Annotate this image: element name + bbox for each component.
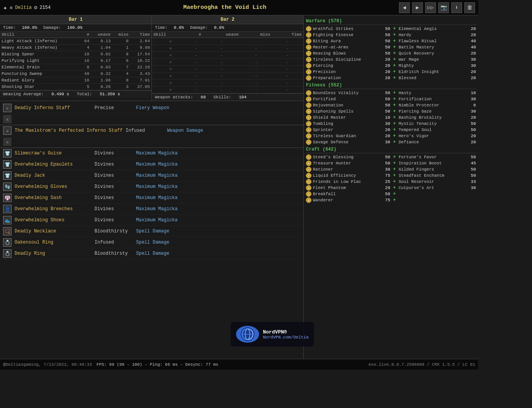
cp-skill-val: 50 [382,155,390,159]
skill-miss: 4 [112,71,130,77]
equip-trait: Divines [95,162,133,167]
cp-skill-name: Mighty [399,63,466,68]
col-skill: Skill [0,32,80,38]
play-button[interactable]: ▶ [412,2,423,13]
plugin-icon: ✲ [10,4,13,11]
cp-skill-name: Savage Defense [313,140,380,144]
cp-skill-name: Master-at-Arms [313,45,380,50]
cp-row: ● Precision 20 [305,69,391,75]
cp-plus-icon: + [392,179,397,184]
export-button[interactable]: ⬇ [451,2,462,13]
skills-val: 104 [239,95,246,100]
cp-skill-name: Shield Master [313,115,380,120]
cp-skill-name: Preparation [313,76,380,80]
col-time: Time [130,32,151,38]
cp-gold-dot-icon: ● [306,109,311,114]
equip-enchant: Weapon Damage [167,128,203,133]
cp-row: + Hardy 20 [391,32,477,38]
total-label: Total: [77,92,92,96]
cp-skill-val: 30 [382,167,390,172]
cp-row: + War Mage 30 [391,56,477,63]
vpn-brand: NordVPN® [263,329,309,335]
prev-button[interactable]: ◀ [399,2,410,13]
cp-plus-icon: + [392,45,397,50]
cp-row: + Quick Recovery 20 [391,50,477,56]
bar1-section: Bar 1 Time: 100.0% Damage: 100.0% Skill … [0,15,152,101]
bar1-summary: Weaving Average: 0.499 s Total: 51.350 s [0,90,151,98]
skill-miss: 8 [112,77,130,84]
cp-plus-icon: + [392,63,397,68]
cp-skill-val: 50 [467,128,476,132]
cp-skill-name: Reaving Blows [313,51,380,56]
cp-skill-val: 20 [382,70,390,74]
cp-plus-icon: + [392,51,397,56]
table-row: ✕---- [152,45,303,52]
cp-plus-icon: + [392,161,397,166]
top-bar: ✦ ✲ Deltia ⚙ 2154 Maebroogha the Void Li… [0,0,478,15]
cp-row: ● Tireless Discipline 20 [305,56,391,63]
skill-name: Elemental Drain [0,64,80,71]
table-row: Shooting Star 5 0.26 3 37.05 [0,84,151,90]
cp-icon: ⚙ [34,4,37,11]
cp-row: ● Boundless Vitality 50 [305,90,391,96]
cp-grid: ● Boundless Vitality 50 + Hasty 16 ● For… [305,90,477,145]
cp-plus-icon: + [392,191,397,197]
col-hash: # [80,32,91,38]
skill-time: 10.22 [130,58,151,64]
cp-skill-val: 20 [382,128,390,132]
bar2-stats: Time: 0.0% Damage: 0.0% [152,24,303,32]
cp-row: + [391,197,477,203]
equip-name: Oakensoul Ring [15,240,91,245]
cp-skill-val: 40 [467,39,476,43]
equip-name: Deadly Necklace [15,229,91,234]
equip-name: Overwhelming Shoes [15,217,91,223]
next-button[interactable]: ▷▷ [425,2,436,13]
skill-time: 22.26 [130,64,151,71]
vpn-url: NordVPN.com/Deltia [263,335,309,340]
cp-skill-name: Soul Reservoir [399,179,466,184]
cp-gold-dot-icon: ● [306,127,311,133]
cp-skill-name: Rationer [313,167,380,172]
cp-row: ● Siphoning Spells 50 [305,108,391,114]
cp-skill-val: 50 [382,33,390,37]
cp-row: ● Fighting Finesse 50 [305,32,391,38]
list-item: ⚔ [0,136,303,148]
bar2-skill-table: Skill # weave miss Time ✕---- ✕---- ✕---… [152,32,303,93]
cp-row: ● Preparation 20 [305,75,391,81]
equip-name: Slimecraw's Guise [15,151,91,156]
skill-miss: 1 [112,45,130,51]
cp-plus-icon: + [392,197,397,203]
cp-skill-name: Sprinter [313,128,380,132]
equip-trait: Divines [95,195,133,201]
table-row: ✕---- [152,52,303,59]
cp-section-header: Craft (642) [305,145,477,153]
cp-gold-dot-icon: ● [306,191,311,197]
bars-row: Bar 1 Time: 100.0% Damage: 100.0% Skill … [0,15,303,101]
cp-row: + Fortification 30 [391,96,477,102]
cp-row: ● Wanderer 75 [305,197,391,203]
equip-icon: 👖 [3,205,12,213]
bar2-col-weave: weave [203,32,240,38]
equip-icon: 👘 [3,194,12,202]
skill-name: Light Attack (Inferno) [0,38,80,45]
bar2-col-skill: Skill [152,32,190,38]
screenshot-button[interactable]: 📷 [438,2,449,13]
cp-skill-val: 30 [467,186,476,190]
bar2-time-val: 0.0% [174,25,184,30]
cp-skill-name: Blessed [399,76,466,80]
cp-skill-name: Hero's Vigor [399,134,466,138]
cp-gold-dot-icon: ● [306,154,311,160]
equip-trait: Divines [95,151,133,156]
cp-row: ● Breakfall 50 [305,191,391,197]
cp-skill-val: 50 [382,109,390,114]
cp-value: 2154 [40,5,51,10]
bar1-header: Bar 1 [0,15,151,24]
cp-skill-name: Hasty [399,91,466,95]
delete-button[interactable]: 🗑 [464,2,475,13]
cp-row: ● Shield Master 10 [305,114,391,121]
cp-row: ● Fortified 50 [305,96,391,102]
cp-gold-dot-icon: ● [306,63,311,68]
skill-weave: 0.17 [91,58,112,64]
skill-weave: 0.03 [91,64,112,71]
cp-skill-val: 30 [467,109,476,114]
